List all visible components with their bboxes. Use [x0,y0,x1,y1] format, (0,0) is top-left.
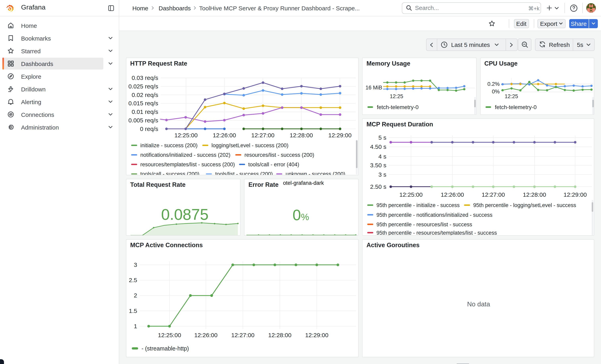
svg-text:12:28:00: 12:28:00 [523,191,546,198]
svg-text:3 s: 3 s [378,171,386,178]
svg-text:12:25: 12:25 [390,93,403,99]
svg-text:5 s: 5 s [378,134,386,141]
svg-text:12:29:00: 12:29:00 [328,132,351,138]
svg-text:1.5: 1.5 [129,308,137,314]
svg-text:0.2%: 0.2% [487,81,500,87]
svg-text:tools/call - success (200): tools/call - success (200) [140,171,199,175]
svg-text:0.01 req/s: 0.01 req/s [131,108,158,115]
svg-text:- (streamable-http): - (streamable-http) [141,345,189,352]
svg-text:12:27:00: 12:27:00 [231,332,254,338]
svg-text:0.02 req/s: 0.02 req/s [131,91,158,98]
svg-text:0.005 req/s: 0.005 req/s [128,117,158,123]
svg-text:12:27:00: 12:27:00 [482,191,505,198]
svg-text:4.50 s: 4.50 s [370,143,386,150]
svg-text:12:25: 12:25 [504,93,518,99]
svg-text:2.5: 2.5 [129,277,137,283]
svg-text:fetch-telemetry-0: fetch-telemetry-0 [495,104,536,110]
svg-text:tools/call - error (404): tools/call - error (404) [248,161,299,167]
svg-text:12:25:00: 12:25:00 [158,332,181,338]
svg-text:12:26:00: 12:26:00 [213,132,236,138]
svg-text:12:25:00: 12:25:00 [400,191,423,198]
svg-text:fetch-telemetry-0: fetch-telemetry-0 [377,104,419,110]
svg-text:2.50 s: 2.50 s [370,183,386,190]
svg-text:0%: 0% [492,89,500,94]
svg-text:0.015 req/s: 0.015 req/s [128,100,158,106]
svg-text:1: 1 [134,323,137,329]
svg-text:95th percentile - logging/setL: 95th percentile - logging/setLevel - suc… [473,202,576,208]
svg-text:3.50 s: 3.50 s [370,162,386,168]
svg-text:95th percentile - resources/te: 95th percentile - resources/templates/li… [376,230,497,235]
svg-text:95th percentile - notification: 95th percentile - notifications/initiali… [376,212,492,218]
svg-text:95th percentile - resources/li: 95th percentile - resources/list - succe… [376,221,472,227]
svg-text:unknown - success (200): unknown - success (200) [285,171,345,175]
svg-text:12:29:00: 12:29:00 [564,191,587,198]
svg-text:resources/templates/list - suc: resources/templates/list - success (200) [140,161,235,167]
svg-text:12:26:00: 12:26:00 [441,191,464,198]
svg-text:12:26:00: 12:26:00 [194,332,217,338]
svg-text:0.03 req/s: 0.03 req/s [131,74,158,81]
svg-text:12:29:00: 12:29:00 [305,332,328,338]
svg-text:notifications/initialized - su: notifications/initialized - success (202… [140,152,230,158]
svg-text:12:28:00: 12:28:00 [268,332,291,338]
svg-text:initialize - success (200): initialize - success (200) [140,142,197,148]
svg-text:logging/setLevel - success (20: logging/setLevel - success (200) [211,142,288,148]
svg-text:2: 2 [134,292,137,299]
svg-text:16 MiB: 16 MiB [365,84,382,90]
svg-text:tools/list - success (200): tools/list - success (200) [215,171,273,175]
svg-text:12:27:00: 12:27:00 [251,132,274,138]
svg-text:resources/list - success (200): resources/list - success (200) [244,152,314,158]
svg-text:3: 3 [134,261,137,268]
svg-text:0.025 req/s: 0.025 req/s [128,83,158,89]
svg-text:95th percentile - initialize -: 95th percentile - initialize - success [376,202,460,208]
svg-text:0 req/s: 0 req/s [140,125,158,132]
svg-text:4 s: 4 s [378,153,386,159]
svg-text:12:28:00: 12:28:00 [290,132,313,138]
svg-text:12:25:00: 12:25:00 [174,132,198,138]
